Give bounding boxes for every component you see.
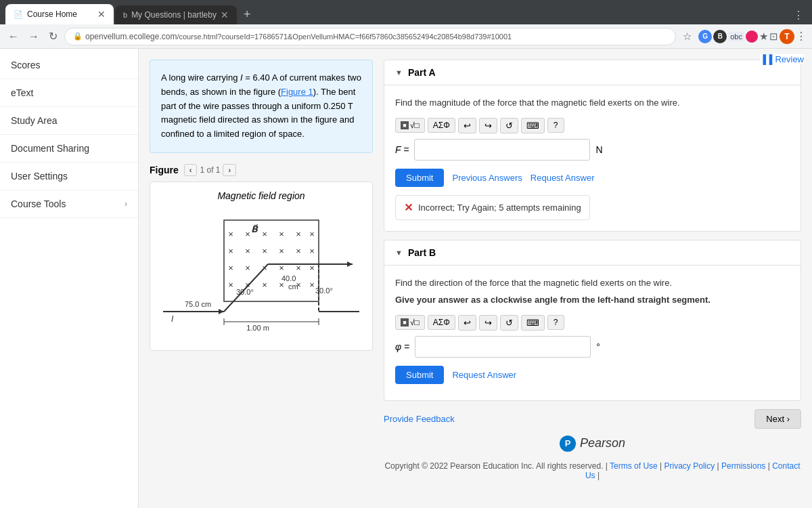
- request-answer-link-a[interactable]: Request Answer: [531, 173, 595, 183]
- browser-menu-icon[interactable]: ⋮: [790, 6, 807, 24]
- extend-icon[interactable]: ⊡: [769, 30, 778, 43]
- sidebar: Scores eText Study Area Document Sharing…: [0, 49, 139, 508]
- svg-text:×: ×: [262, 246, 267, 256]
- back-button[interactable]: ←: [5, 28, 22, 45]
- tab1-icon: 📄: [14, 10, 23, 19]
- svg-text:×: ×: [228, 280, 233, 290]
- problem-statement: A long wire carrying I = 6.40 A of curre…: [150, 60, 373, 153]
- permissions-link[interactable]: Permissions: [721, 461, 765, 471]
- figure-diagram: Magnetic field region × × × × ×: [150, 182, 373, 351]
- undo-btn-a[interactable]: ↩: [458, 118, 476, 133]
- provide-feedback-link[interactable]: Provide Feedback: [384, 414, 455, 424]
- reset-btn-a[interactable]: ↺: [500, 118, 518, 133]
- svg-text:×: ×: [309, 246, 315, 256]
- review-button[interactable]: ▐▐ Review: [760, 54, 804, 64]
- tab2-close[interactable]: ✕: [221, 9, 229, 20]
- prev-answers-link[interactable]: Previous Answers: [452, 173, 522, 183]
- part-b-description1: Find the direction of the force that the…: [395, 276, 790, 290]
- sidebar-label-etext: eText: [11, 87, 33, 98]
- part-b-toggle-icon[interactable]: ▼: [395, 249, 403, 257]
- sidebar-label-user-settings: User Settings: [11, 171, 68, 182]
- add-tab-button[interactable]: +: [238, 4, 256, 24]
- redo-btn-a[interactable]: ↪: [479, 118, 497, 133]
- part-b-description2: Give your answer as a clockwise angle fr…: [395, 293, 790, 307]
- greek-btn-b[interactable]: ΑΣΦ: [428, 315, 455, 330]
- figure-link[interactable]: Figure 1: [281, 87, 313, 97]
- submit-btn-b[interactable]: Submit: [395, 366, 444, 384]
- fig-next-button[interactable]: ›: [223, 164, 236, 176]
- help-btn-b[interactable]: ?: [547, 315, 564, 330]
- unit-a: N: [595, 144, 602, 155]
- sqrt-btn-b[interactable]: ■ √□: [395, 315, 425, 330]
- star-icon[interactable]: ★: [759, 30, 768, 43]
- diagram-title: Magnetic field region: [217, 190, 304, 201]
- undo-btn-b[interactable]: ↩: [458, 315, 476, 331]
- eq-label-a: F =: [395, 144, 409, 155]
- field-diagram-svg: × × × × × × × × × × × ×: [163, 207, 359, 342]
- privacy-link[interactable]: Privacy Policy: [664, 461, 715, 471]
- svg-text:×: ×: [245, 229, 250, 239]
- sidebar-item-study-area[interactable]: Study Area: [0, 107, 138, 135]
- greek-btn-a[interactable]: ΑΣΦ: [428, 118, 455, 133]
- footer: Copyright © 2022 Pearson Education Inc. …: [384, 459, 801, 486]
- reset-btn-b[interactable]: ↺: [500, 315, 518, 331]
- address-bar[interactable]: 🔒 openvellum.ecollege.com/course.html?co…: [64, 28, 676, 45]
- active-tab[interactable]: 📄 Course Home ✕: [5, 4, 114, 24]
- refresh-button[interactable]: ↻: [46, 27, 60, 45]
- part-a-toggle-icon[interactable]: ▼: [395, 68, 403, 77]
- copyright-text: Copyright © 2022 Pearson Education Inc. …: [384, 461, 603, 471]
- figure-title: Figure: [150, 165, 179, 175]
- svg-text:×: ×: [296, 246, 301, 256]
- sidebar-item-scores[interactable]: Scores: [0, 51, 138, 79]
- answer-input-b[interactable]: [415, 336, 591, 358]
- more-menu-icon[interactable]: ⋮: [796, 30, 807, 43]
- answer-input-a[interactable]: [414, 139, 590, 161]
- sidebar-item-etext[interactable]: eText: [0, 79, 138, 107]
- review-icon: ▐▐: [760, 54, 772, 64]
- svg-text:30.0°: 30.0°: [315, 287, 333, 295]
- pearson-brand: Pearson: [580, 436, 625, 450]
- keyboard-btn-a[interactable]: ⌨: [521, 118, 545, 133]
- inactive-tab[interactable]: b My Questions | bartleby ✕: [115, 5, 237, 24]
- svg-text:1.00 m: 1.00 m: [246, 324, 269, 332]
- sqrt-btn-a[interactable]: ■ √□: [395, 118, 425, 133]
- eq-label-b: φ =: [395, 341, 409, 352]
- redo-btn-b[interactable]: ↪: [479, 315, 497, 331]
- help-btn-a[interactable]: ?: [547, 118, 564, 133]
- sidebar-label-document-sharing: Document Sharing: [11, 143, 89, 154]
- part-a-header: Part A: [408, 67, 436, 78]
- bookmark-icon[interactable]: ☆: [680, 28, 694, 45]
- terms-link[interactable]: Terms of Use: [610, 461, 658, 471]
- address-text: openvellum.ecollege.com/course.html?cour…: [85, 32, 512, 41]
- circle-icon: [746, 30, 758, 43]
- checkbox-icon-a: ■: [401, 121, 409, 129]
- tab1-close[interactable]: ✕: [97, 9, 106, 20]
- chevron-right-icon: ›: [125, 199, 127, 209]
- svg-text:×: ×: [262, 280, 267, 290]
- keyboard-btn-b[interactable]: ⌨: [521, 315, 545, 331]
- part-b-section: ▼ Part B Find the direction of the force…: [384, 240, 801, 401]
- figure-section: Figure ‹ 1 of 1 › Magnetic field region: [150, 164, 373, 351]
- tab1-label: Course Home: [27, 9, 77, 19]
- submit-btn-a[interactable]: Submit: [395, 169, 444, 187]
- sidebar-item-user-settings[interactable]: User Settings: [0, 163, 138, 190]
- next-button[interactable]: Next ›: [754, 409, 801, 429]
- user-avatar[interactable]: T: [780, 29, 794, 44]
- sidebar-item-document-sharing[interactable]: Document Sharing: [0, 135, 138, 163]
- forward-button[interactable]: →: [26, 28, 42, 45]
- pearson-circle-icon: P: [560, 436, 576, 452]
- sidebar-item-course-tools[interactable]: Course Tools ›: [0, 190, 138, 218]
- svg-text:×: ×: [262, 229, 267, 239]
- tab2-icon: b: [123, 11, 127, 19]
- svg-text:30.0°: 30.0°: [236, 288, 254, 296]
- svg-text:×: ×: [309, 229, 315, 239]
- svg-text:×: ×: [279, 246, 284, 256]
- lock-icon: 🔒: [73, 32, 83, 41]
- footer-separator-5: |: [597, 471, 600, 480]
- figure-pagination: 1 of 1: [200, 165, 220, 175]
- svg-text:×: ×: [245, 246, 250, 256]
- fig-prev-button[interactable]: ‹: [184, 164, 198, 176]
- sidebar-label-scores: Scores: [11, 60, 41, 70]
- svg-text:I: I: [171, 314, 174, 324]
- request-answer-link-b[interactable]: Request Answer: [452, 370, 516, 380]
